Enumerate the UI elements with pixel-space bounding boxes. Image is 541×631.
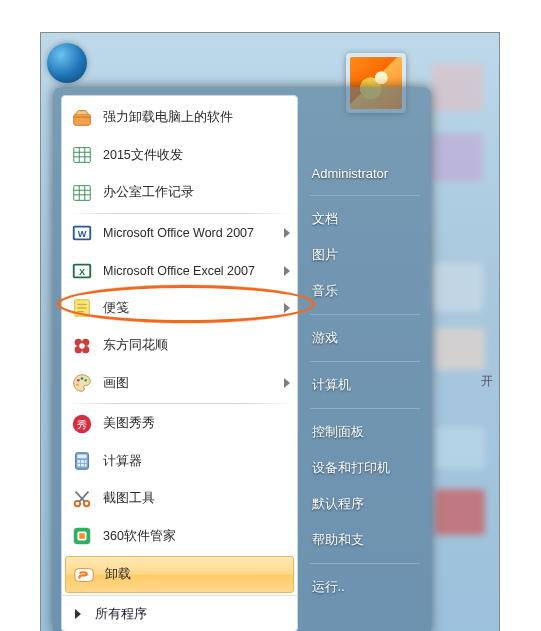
program-item[interactable]: 计算器 bbox=[63, 443, 296, 481]
excel-icon: X bbox=[71, 260, 93, 282]
excel-grid-icon bbox=[71, 182, 93, 204]
start-menu-right-panel: Administrator 文档图片音乐游戏计算机控制面板设备和打印机默认程序帮… bbox=[298, 95, 423, 631]
program-item-label: 画图 bbox=[103, 375, 284, 392]
snip-icon bbox=[71, 488, 93, 510]
svg-point-15 bbox=[77, 379, 80, 382]
svg-rect-22 bbox=[77, 455, 86, 459]
right-panel-item[interactable]: 控制面板 bbox=[310, 414, 423, 450]
svg-rect-33 bbox=[79, 534, 85, 540]
program-item-label: 截图工具 bbox=[103, 490, 290, 507]
paint-icon bbox=[71, 372, 93, 394]
start-orb-icon[interactable] bbox=[47, 43, 87, 83]
program-item-label: 2015文件收发 bbox=[103, 147, 290, 164]
user-name-label[interactable]: Administrator bbox=[310, 157, 423, 190]
program-item[interactable]: 办公室工作记录 bbox=[63, 174, 296, 212]
right-panel-item[interactable]: 设备和打印机 bbox=[310, 450, 423, 486]
calc-icon bbox=[71, 450, 93, 472]
desktop-icon-blur bbox=[431, 63, 483, 111]
svg-rect-2 bbox=[74, 185, 91, 200]
desktop-icon-blur bbox=[435, 427, 485, 469]
svg-rect-27 bbox=[81, 464, 84, 467]
program-item-label: 美图秀秀 bbox=[103, 415, 290, 432]
separator bbox=[69, 403, 290, 404]
right-panel-item[interactable]: 游戏 bbox=[310, 320, 423, 356]
all-programs-label: 所有程序 bbox=[95, 606, 147, 623]
program-item[interactable]: 东方同花顺 bbox=[63, 327, 296, 365]
separator bbox=[310, 563, 420, 564]
word-icon: W bbox=[71, 222, 93, 244]
program-list: 强力卸载电脑上的软件2015文件收发办公室工作记录WMicrosoft Offi… bbox=[61, 95, 298, 595]
right-panel-item[interactable]: 计算机 bbox=[310, 367, 423, 403]
svg-point-17 bbox=[84, 379, 87, 382]
program-item-label: 计算器 bbox=[103, 453, 290, 470]
program-item[interactable]: 便笺 bbox=[63, 290, 296, 328]
program-item-label: Microsoft Office Excel 2007 bbox=[103, 264, 284, 278]
right-panel-item[interactable]: 文档 bbox=[310, 201, 423, 237]
all-programs-button[interactable]: 所有程序 bbox=[61, 595, 298, 631]
right-panel-item[interactable]: 帮助和支 bbox=[310, 522, 423, 558]
submenu-arrow-icon bbox=[284, 303, 290, 313]
separator bbox=[310, 408, 420, 409]
program-item-label: 办公室工作记录 bbox=[103, 184, 290, 201]
program-item-label: 便笺 bbox=[103, 300, 284, 317]
svg-rect-28 bbox=[85, 464, 87, 467]
excel-grid-icon bbox=[71, 144, 93, 166]
separator bbox=[310, 361, 420, 362]
right-panel-item[interactable]: 音乐 bbox=[310, 273, 423, 309]
desktop-icon-blur bbox=[431, 263, 483, 311]
right-panel-item[interactable]: 运行.. bbox=[310, 569, 423, 605]
program-item[interactable]: 截图工具 bbox=[63, 480, 296, 518]
program-item-label: 卸载 bbox=[105, 566, 287, 583]
program-item-label: 强力卸载电脑上的软件 bbox=[103, 109, 290, 126]
svg-rect-26 bbox=[77, 464, 80, 467]
xiu-icon: 秀 bbox=[71, 413, 93, 435]
screenshot-frame: 开 强力卸载电脑上的软件2015文件收发办公室工作记录WMicrosoft Of… bbox=[40, 32, 500, 631]
program-item[interactable]: XMicrosoft Office Excel 2007 bbox=[63, 252, 296, 290]
program-item[interactable]: 强力卸载电脑上的软件 bbox=[63, 99, 296, 137]
svg-rect-25 bbox=[85, 460, 87, 463]
program-item-label: 360软件管家 bbox=[103, 528, 290, 545]
svg-text:X: X bbox=[79, 266, 86, 276]
svg-text:W: W bbox=[78, 229, 87, 239]
program-item[interactable]: 秀美图秀秀 bbox=[63, 405, 296, 443]
program-item[interactable]: 卸载 bbox=[65, 556, 294, 593]
program-item[interactable]: 360软件管家 bbox=[63, 518, 296, 556]
desktop-icon-blur bbox=[431, 133, 483, 181]
program-item[interactable]: 2015文件收发 bbox=[63, 137, 296, 175]
separator bbox=[69, 213, 290, 214]
svg-point-18 bbox=[76, 384, 79, 387]
submenu-arrow-icon bbox=[284, 266, 290, 276]
triangle-right-icon bbox=[75, 609, 81, 619]
program-item-label: Microsoft Office Word 2007 bbox=[103, 226, 284, 240]
svg-rect-1 bbox=[74, 148, 91, 163]
start-menu: 强力卸载电脑上的软件2015文件收发办公室工作记录WMicrosoft Offi… bbox=[53, 87, 431, 631]
flower-red-icon bbox=[71, 335, 93, 357]
separator bbox=[310, 314, 420, 315]
svg-point-14 bbox=[79, 343, 85, 349]
svg-rect-23 bbox=[77, 460, 80, 463]
program-item[interactable]: 画图 bbox=[63, 365, 296, 403]
program-item[interactable]: WMicrosoft Office Word 2007 bbox=[63, 215, 296, 253]
program-item-label: 东方同花顺 bbox=[103, 337, 290, 354]
guard-green-icon bbox=[71, 525, 93, 547]
sogou-icon bbox=[73, 564, 95, 586]
desktop-icon-label: 开 bbox=[481, 373, 493, 390]
box-orange-icon bbox=[71, 107, 93, 129]
svg-text:秀: 秀 bbox=[77, 418, 87, 429]
note-yellow-icon bbox=[71, 297, 93, 319]
desktop-icon-blur bbox=[435, 489, 485, 535]
right-panel-item[interactable]: 图片 bbox=[310, 237, 423, 273]
submenu-arrow-icon bbox=[284, 378, 290, 388]
submenu-arrow-icon bbox=[284, 228, 290, 238]
right-panel-item[interactable]: 默认程序 bbox=[310, 486, 423, 522]
svg-point-16 bbox=[81, 377, 84, 380]
desktop-icon-blur bbox=[435, 328, 485, 370]
svg-rect-0 bbox=[74, 114, 91, 125]
start-menu-left-panel: 强力卸载电脑上的软件2015文件收发办公室工作记录WMicrosoft Offi… bbox=[61, 95, 298, 631]
svg-rect-24 bbox=[81, 460, 84, 463]
separator bbox=[310, 195, 420, 196]
